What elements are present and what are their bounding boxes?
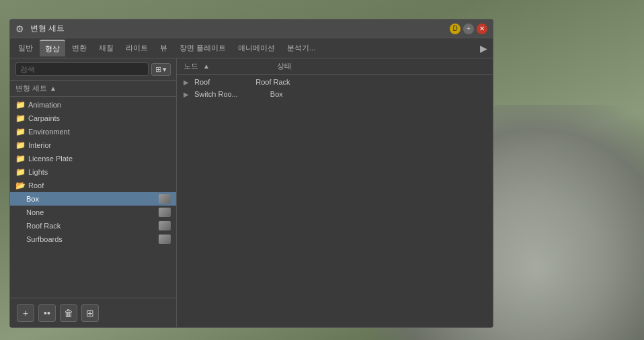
window-icon: ⚙ (15, 24, 26, 34)
tab-scene[interactable]: 장면 플레이트 (174, 40, 231, 56)
filter-arrow-icon: ▾ (163, 65, 167, 74)
tab-analysis[interactable]: 분석기... (282, 40, 321, 56)
tree-list: 📁 Animation 📁 Carpaints 📁 Environment 📁 … (10, 97, 176, 298)
filter-button[interactable]: ⊞ ▾ (151, 63, 171, 76)
right-panel: 노드 ▲ 상태 ▶ Roof Roof Rack ▶ Switch Roo...… (177, 58, 493, 327)
add-button[interactable]: + (17, 304, 34, 322)
bottom-toolbar: + •• 🗑 ⊞ (10, 298, 176, 327)
tree-item-label: Box (26, 195, 39, 203)
tree-item-none[interactable]: None (10, 206, 176, 219)
tree-header: 변형 세트 ▲ (10, 81, 176, 97)
window-title: 변형 세트 (30, 23, 450, 34)
item-thumbnail (159, 194, 171, 204)
folder-icon: 📁 (15, 114, 26, 123)
tab-arrow[interactable]: ▶ (477, 42, 490, 55)
tab-light[interactable]: 라이트 (120, 40, 153, 56)
right-item-status: Roof Rack (255, 78, 290, 86)
window-close-button[interactable]: ✕ (477, 24, 487, 34)
tree-item-surfboards[interactable]: Surfboards (10, 232, 176, 246)
window-gold-button[interactable]: D (450, 24, 460, 34)
folder-icon: 📁 (15, 154, 26, 163)
tab-shape[interactable]: 형상 (40, 40, 65, 56)
tab-transform[interactable]: 변환 (67, 40, 92, 56)
expand-arrow-icon: ▶ (184, 79, 189, 86)
tree-sort-arrow[interactable]: ▲ (50, 85, 56, 92)
tree-item-label: Carpaints (28, 114, 60, 122)
window-plus-button[interactable]: + (463, 24, 474, 34)
tab-material[interactable]: 재질 (93, 40, 119, 56)
window-controls: D + ✕ (450, 24, 487, 34)
col-node-header: 노드 ▲ (184, 61, 210, 71)
right-item-status: Box (270, 90, 283, 98)
tree-item-label: Interior (28, 141, 51, 149)
search-bar: ⊞ ▾ (10, 58, 176, 81)
tree-item-label: Environment (28, 128, 70, 136)
right-item-node: Switch Roo... (194, 90, 238, 98)
tree-item-carpaints[interactable]: 📁 Carpaints (10, 112, 176, 125)
tree-item-lights[interactable]: 📁 Lights (10, 165, 176, 179)
tree-item-label: Roof Rack (26, 222, 61, 230)
tree-item-label: Roof (28, 181, 44, 189)
tab-view[interactable]: 뷰 (155, 40, 173, 56)
right-header: 노드 ▲ 상태 (177, 58, 493, 75)
folder-icon: 📁 (15, 127, 26, 136)
tree-header-label: 변형 세트 (15, 83, 47, 93)
tree-item-animation[interactable]: 📁 Animation (10, 98, 176, 112)
tree-item-label: License Plate (28, 155, 73, 163)
item-thumbnail (159, 235, 171, 244)
tree-item-box[interactable]: Box (10, 192, 176, 206)
folder-icon: 📁 (15, 167, 26, 177)
tab-general[interactable]: 일반 (13, 40, 38, 56)
right-item-node: Roof (194, 78, 210, 86)
tree-item-label: Lights (28, 168, 48, 176)
tree-item-label: Animation (28, 101, 61, 109)
left-panel: ⊞ ▾ 변형 세트 ▲ 📁 Animation 📁 Carpaints (10, 58, 177, 327)
item-thumbnail (159, 208, 171, 217)
tree-item-environment[interactable]: 📁 Environment (10, 125, 176, 138)
filter-icon: ⊞ (155, 65, 161, 74)
delete-button[interactable]: 🗑 (60, 304, 77, 322)
tree-item-roof[interactable]: 📂 Roof (10, 179, 176, 192)
right-list: ▶ Roof Roof Rack ▶ Switch Roo... Box (177, 75, 493, 327)
title-bar: ⚙ 변형 세트 D + ✕ (10, 19, 493, 38)
folder-icon: 📁 (15, 140, 26, 150)
search-input[interactable] (15, 62, 149, 76)
tree-item-roof-rack[interactable]: Roof Rack (10, 219, 176, 232)
content-area: ⊞ ▾ 변형 세트 ▲ 📁 Animation 📁 Carpaints (10, 58, 493, 327)
tree-item-label: Surfboards (26, 235, 63, 243)
tree-item-interior[interactable]: 📁 Interior (10, 138, 176, 152)
dots-button[interactable]: •• (38, 304, 56, 322)
col-status-header: 상태 (277, 61, 292, 71)
tree-item-licenseplate[interactable]: 📁 License Plate (10, 152, 176, 165)
node-sort-arrow[interactable]: ▲ (203, 62, 210, 70)
folder-icon: 📁 (15, 100, 26, 110)
grid-button[interactable]: ⊞ (81, 304, 99, 322)
open-folder-icon: 📂 (15, 181, 26, 190)
right-item-roof[interactable]: ▶ Roof Roof Rack (177, 76, 493, 88)
right-item-switchroof[interactable]: ▶ Switch Roo... Box (177, 88, 493, 100)
tab-bar: 일반 형상 변환 재질 라이트 뷰 장면 플레이트 애니메이션 분석기... ▶ (10, 38, 493, 58)
item-thumbnail (159, 221, 171, 230)
tab-animation[interactable]: 애니메이션 (233, 40, 280, 56)
tree-item-label: None (26, 208, 44, 216)
expand-arrow-icon: ▶ (184, 91, 189, 98)
main-window: ⚙ 변형 세트 D + ✕ 일반 형상 변환 재질 라이트 뷰 장면 플레이트 … (9, 19, 493, 328)
